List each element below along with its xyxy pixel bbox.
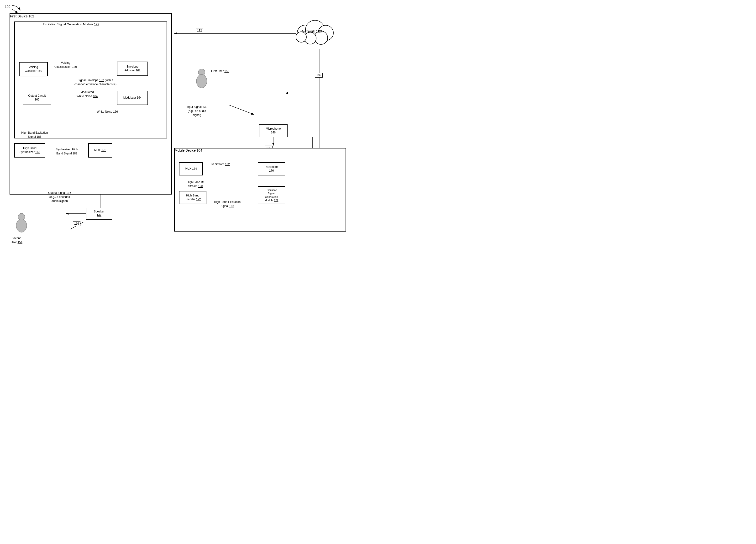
signal-envelope-label: Signal Envelope 182 (with achanged envel…: [74, 78, 117, 86]
second-user-svg: [13, 212, 30, 234]
second-user-figure: [13, 212, 30, 235]
svg-line-33: [229, 105, 254, 115]
mobile-device-label: Mobile Device 104: [175, 148, 202, 152]
ref-132-right-box: 132: [315, 73, 323, 78]
microphone-box: Microphone146: [259, 124, 288, 137]
output-circuit-box: Output Circuit166: [23, 91, 51, 105]
modulator-box: Modulator 164: [117, 91, 148, 105]
diagram: 100 First Device 102 Excitation Signal G…: [0, 0, 378, 272]
second-user-label: SecondUser 154: [11, 236, 22, 244]
user-mic-arrow-svg: [210, 84, 265, 131]
transmitter-box: Transmitter176: [258, 162, 285, 175]
synthesized-hb-signal-label: Synthesized HighBand Signal 188: [48, 148, 86, 156]
excitation-module-mobile-box: ExcitationSignalGenerationModule 122: [258, 186, 285, 204]
svg-point-32: [196, 74, 207, 88]
diagram-label: 100: [5, 5, 10, 9]
network-label: Network 120: [302, 29, 322, 34]
hb-bit-stream-label: High Band BitStream 190: [179, 180, 212, 188]
hb-encoder-box: High BandEncoder 172: [179, 191, 206, 204]
hb-excitation-signal-label: High Band ExcitationSignal 186: [16, 131, 54, 139]
first-user-figure: [193, 68, 210, 90]
first-user-label: First User 152: [211, 69, 229, 73]
hb-synthesizer-box: High BandSynthesizer 168: [14, 143, 45, 158]
ref-116-box: 116: [73, 221, 80, 226]
bit-stream-label: Bit Stream 132: [205, 162, 236, 166]
svg-point-30: [16, 219, 27, 232]
first-user-svg: [193, 68, 210, 90]
voicing-classifier-box: VoicingClassifier 160: [19, 62, 48, 76]
voicing-classification-label: VoicingClassification 180: [51, 61, 80, 69]
first-device-label: First Device 102: [10, 14, 34, 18]
input-signal-label: Input Signal 130(e.g., an audiosignal): [178, 105, 216, 117]
output-signal-label: Output Signal 116(e.g., a decodedaudio s…: [38, 191, 81, 203]
excitation-module-label: Excitation Signal Generation Module 122: [43, 22, 99, 26]
arrow-100-svg: [11, 4, 23, 13]
envelope-adjuster-box: EnvelopeAdjuster 162: [117, 62, 148, 76]
modulated-white-noise-label: ModulatedWhite Noise 184: [70, 90, 104, 98]
mux-174-box: MUX 174: [179, 162, 203, 175]
white-noise-label: White Noise 156: [93, 110, 122, 114]
speaker-box: Speaker142: [86, 208, 112, 220]
ref-132-top-box: 132: [196, 28, 203, 33]
hb-excitation-signal-mobile-label: High Band ExcitationSignal 186: [209, 200, 246, 208]
mux-170-box: MUX 170: [88, 143, 112, 158]
